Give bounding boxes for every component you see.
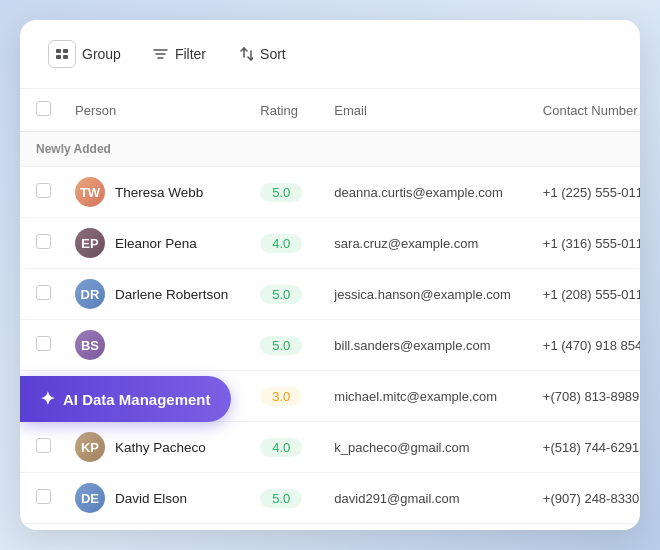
avatar: DR	[75, 279, 105, 309]
rating-badge: 5.0	[260, 336, 302, 355]
row-checkbox[interactable]	[36, 438, 51, 453]
contact-cell: +(518) 744-6291	[527, 422, 640, 473]
avatar: TW	[75, 177, 105, 207]
filter-icon	[153, 46, 169, 62]
row-checkbox-cell	[20, 524, 59, 531]
contact-cell: +1 (208) 555-011	[527, 269, 640, 320]
rating-cell: 4.0	[244, 218, 318, 269]
rating-badge: 4.0	[260, 234, 302, 253]
email-cell: david291@gmail.com	[318, 473, 527, 524]
contact-cell: +(708) 813-8989	[527, 371, 640, 422]
filter-button[interactable]: Filter	[145, 42, 214, 66]
person-name: Kathy Pacheco	[115, 440, 206, 455]
contact-cell: +1 (225) 555-011	[527, 167, 640, 218]
contact-cell: +(907) 248-8330	[527, 473, 640, 524]
sort-button[interactable]: Sort	[230, 42, 294, 66]
data-table: Person Rating Email Contact Number Newly…	[20, 89, 640, 530]
group-label: Group	[82, 46, 121, 62]
section-label-text: Newly Added	[20, 132, 640, 167]
person-cell: DR Darlene Robertson	[59, 269, 244, 320]
table-container: Person Rating Email Contact Number Newly…	[20, 89, 640, 530]
person-name: Darlene Robertson	[115, 287, 228, 302]
ai-data-management-badge[interactable]: ✦ AI Data Management	[20, 376, 231, 422]
table-row: IR Iva Ryan 3.0 iva838@outlook.com +(347…	[20, 524, 640, 531]
rating-badge: 3.0	[260, 387, 302, 406]
person-cell: EP Eleanor Pena	[59, 218, 244, 269]
rating-cell: 5.0	[244, 473, 318, 524]
main-card: Group Filter Sort	[20, 20, 640, 530]
table-row: TW Theresa Webb 5.0 deanna.curtis@exampl…	[20, 167, 640, 218]
rating-cell: 5.0	[244, 167, 318, 218]
avatar: KP	[75, 432, 105, 462]
person-name: Eleanor Pena	[115, 236, 197, 251]
row-checkbox-cell	[20, 167, 59, 218]
contact-cell: +1 (470) 918 854	[527, 320, 640, 371]
table-row: DR Darlene Robertson 5.0 jessica.hanson@…	[20, 269, 640, 320]
svg-rect-0	[56, 49, 61, 53]
col-contact: Contact Number	[527, 89, 640, 132]
person-cell: DE David Elson	[59, 473, 244, 524]
ai-star-icon: ✦	[40, 388, 55, 410]
rating-cell: 4.0	[244, 422, 318, 473]
row-checkbox[interactable]	[36, 285, 51, 300]
col-rating: Rating	[244, 89, 318, 132]
email-cell: deanna.curtis@example.com	[318, 167, 527, 218]
svg-rect-3	[63, 55, 68, 59]
filter-label: Filter	[175, 46, 206, 62]
col-person: Person	[59, 89, 244, 132]
svg-rect-1	[63, 49, 68, 53]
rating-badge: 5.0	[260, 285, 302, 304]
avatar: BS	[75, 330, 105, 360]
avatar: DE	[75, 483, 105, 513]
row-checkbox-cell	[20, 320, 59, 371]
sort-icon	[238, 46, 254, 62]
table-row: KP Kathy Pacheco 4.0 k_pacheco@gmail.com…	[20, 422, 640, 473]
email-cell: michael.mitc@example.com	[318, 371, 527, 422]
rating-badge: 5.0	[260, 489, 302, 508]
sort-label: Sort	[260, 46, 286, 62]
header-checkbox[interactable]	[36, 101, 51, 116]
section-header: Newly Added	[20, 132, 640, 167]
rating-cell: 3.0	[244, 524, 318, 531]
rating-cell: 3.0	[244, 371, 318, 422]
email-cell: iva838@outlook.com	[318, 524, 527, 531]
row-checkbox-cell	[20, 218, 59, 269]
table-row: DE David Elson 5.0 david291@gmail.com +(…	[20, 473, 640, 524]
rating-badge: 4.0	[260, 438, 302, 457]
table-row: BS 5.0 bill.sanders@example.com +1 (470)…	[20, 320, 640, 371]
email-cell: sara.cruz@example.com	[318, 218, 527, 269]
avatar: EP	[75, 228, 105, 258]
rating-cell: 5.0	[244, 320, 318, 371]
col-email: Email	[318, 89, 527, 132]
group-icon	[48, 40, 76, 68]
col-checkbox	[20, 89, 59, 132]
row-checkbox[interactable]	[36, 336, 51, 351]
email-cell: k_pacheco@gmail.com	[318, 422, 527, 473]
group-button[interactable]: Group	[40, 36, 129, 72]
email-cell: bill.sanders@example.com	[318, 320, 527, 371]
rating-cell: 5.0	[244, 269, 318, 320]
row-checkbox[interactable]	[36, 234, 51, 249]
row-checkbox-cell	[20, 269, 59, 320]
svg-rect-2	[56, 55, 61, 59]
contact-cell: +1 (316) 555-011	[527, 218, 640, 269]
toolbar: Group Filter Sort	[20, 20, 640, 89]
person-cell: IR Iva Ryan	[59, 524, 244, 531]
row-checkbox[interactable]	[36, 183, 51, 198]
person-cell: BS	[59, 320, 244, 371]
email-cell: jessica.hanson@example.com	[318, 269, 527, 320]
person-name: David Elson	[115, 491, 187, 506]
person-cell: KP Kathy Pacheco	[59, 422, 244, 473]
ai-badge-label: AI Data Management	[63, 391, 211, 408]
person-name: Theresa Webb	[115, 185, 203, 200]
row-checkbox-cell	[20, 473, 59, 524]
contact-cell: +(347) 438-7215	[527, 524, 640, 531]
rating-badge: 5.0	[260, 183, 302, 202]
row-checkbox-cell	[20, 422, 59, 473]
person-cell: TW Theresa Webb	[59, 167, 244, 218]
table-row: EP Eleanor Pena 4.0 sara.cruz@example.co…	[20, 218, 640, 269]
row-checkbox[interactable]	[36, 489, 51, 504]
